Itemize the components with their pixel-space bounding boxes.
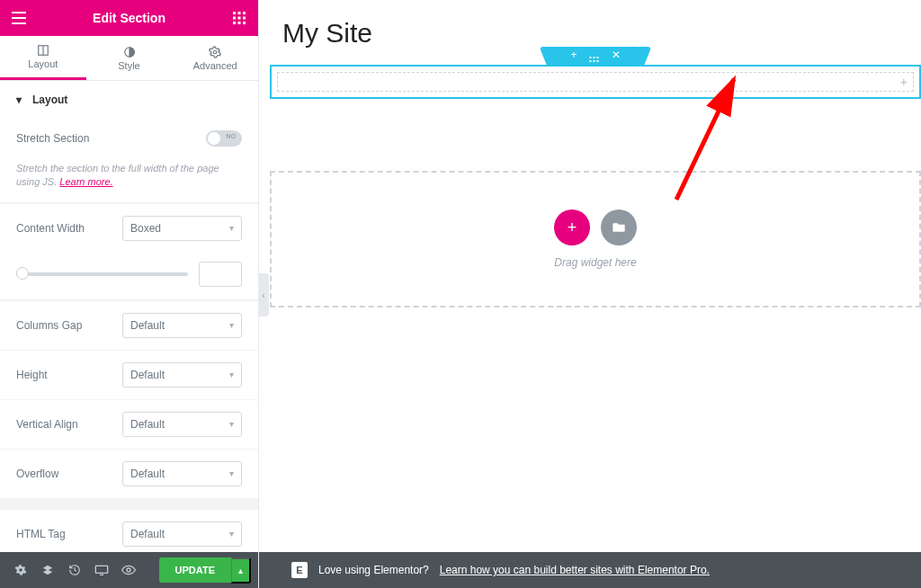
html-tag-label: HTML Tag: [16, 528, 122, 540]
menu-button[interactable]: [0, 0, 38, 36]
tab-advanced[interactable]: Advanced: [172, 36, 258, 80]
content-width-label: Content Width: [16, 222, 122, 235]
column-dropzone[interactable]: +: [277, 72, 914, 92]
stretch-section-toggle[interactable]: NO: [206, 130, 242, 147]
svg-rect-6: [233, 17, 236, 20]
settings-icon[interactable]: [7, 552, 34, 588]
promo-link[interactable]: Learn how you can build better sites wit…: [440, 564, 710, 576]
separator: [0, 498, 258, 509]
content-width-value-input[interactable]: [199, 262, 242, 287]
content-width-select[interactable]: Boxed: [122, 216, 242, 241]
svg-rect-2: [12, 22, 26, 24]
add-column-icon[interactable]: +: [900, 75, 908, 89]
drag-section-icon[interactable]: [590, 49, 599, 62]
tab-layout[interactable]: Layout: [0, 36, 86, 80]
learn-more-link[interactable]: Learn more.: [59, 176, 112, 187]
widgets-grid-button[interactable]: [220, 0, 258, 36]
group-layout-label: Layout: [32, 94, 67, 106]
panel-title: Edit Section: [38, 11, 220, 25]
html-tag-select[interactable]: Default: [122, 521, 242, 547]
history-icon[interactable]: [61, 552, 88, 588]
elementor-badge-icon: E: [291, 562, 308, 578]
columns-gap-label: Columns Gap: [16, 319, 122, 332]
drop-hint-text: Drag widget here: [554, 256, 636, 269]
svg-rect-7: [238, 17, 241, 20]
vertical-align-select[interactable]: Default: [122, 412, 242, 437]
selected-section[interactable]: + ✕ +: [270, 65, 921, 99]
svg-rect-8: [243, 17, 246, 20]
group-layout-toggle[interactable]: ▾ Layout: [0, 81, 258, 119]
svg-rect-16: [95, 566, 107, 573]
add-new-section-button[interactable]: +: [554, 209, 590, 245]
add-template-button[interactable]: [601, 209, 637, 245]
columns-gap-select[interactable]: Default: [122, 313, 242, 338]
overflow-label: Overflow: [16, 468, 122, 480]
svg-rect-0: [12, 12, 26, 13]
height-label: Height: [16, 369, 122, 381]
stretch-section-label: Stretch Section: [16, 132, 122, 145]
tab-layout-label: Layout: [28, 58, 58, 69]
svg-rect-3: [233, 12, 236, 14]
navigator-icon[interactable]: [34, 552, 61, 588]
delete-section-icon[interactable]: ✕: [612, 49, 621, 62]
vertical-align-label: Vertical Align: [16, 418, 122, 431]
svg-rect-1: [12, 17, 26, 19]
content-width-slider[interactable]: [16, 272, 188, 276]
svg-point-15: [213, 50, 217, 54]
update-options-button[interactable]: ▴: [231, 557, 251, 584]
svg-rect-10: [238, 22, 241, 24]
stretch-helper-text: Stretch the section to the full width of…: [0, 158, 258, 203]
promo-text: Love using Elementor?: [318, 564, 429, 576]
tab-advanced-label: Advanced: [193, 60, 237, 71]
preview-icon[interactable]: [115, 552, 142, 588]
promo-bar: E Love using Elementor? Learn how you ca…: [259, 552, 921, 588]
add-section-icon[interactable]: +: [570, 49, 577, 62]
svg-rect-11: [243, 22, 246, 24]
empty-section-dropzone[interactable]: + Drag widget here: [270, 171, 921, 307]
tab-style[interactable]: Style: [86, 36, 173, 80]
svg-rect-4: [238, 12, 241, 14]
caret-down-icon: ▾: [16, 94, 25, 106]
tab-style-label: Style: [118, 60, 139, 71]
svg-rect-9: [233, 22, 236, 24]
update-button[interactable]: UPDATE: [159, 557, 231, 583]
height-select[interactable]: Default: [122, 362, 242, 388]
svg-point-18: [127, 568, 130, 572]
responsive-icon[interactable]: [88, 552, 115, 588]
toggle-state-label: NO: [227, 133, 237, 139]
overflow-select[interactable]: Default: [122, 461, 242, 486]
svg-rect-5: [243, 12, 246, 14]
